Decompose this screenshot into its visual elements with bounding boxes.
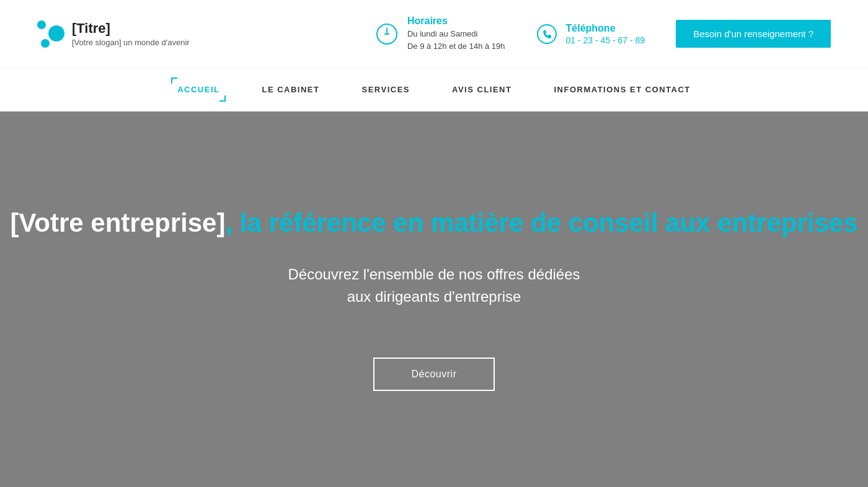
nav-item-avis[interactable]: AVIS CLIENT <box>450 80 514 99</box>
telephone-block: Téléphone 01 - 23 - 45 - 67 - 89 <box>536 23 645 45</box>
hero-section: [Votre entreprise], la référence en mati… <box>0 112 868 487</box>
hero-subtitle-line2: aux dirigeants d'entreprise <box>347 288 521 305</box>
logo-area: [Titre] [Votre slogan] un monde d'avenir <box>37 20 190 48</box>
horaires-text: Horaires Du lundi au Samedi De 9 à 12h e… <box>407 15 505 52</box>
main-nav: ACCUEIL LE CABINET SERVICES AVIS CLIENT … <box>0 68 868 112</box>
site-header: [Titre] [Votre slogan] un monde d'avenir… <box>0 0 868 68</box>
logo-dot-big <box>48 25 64 42</box>
phone-icon-wrap <box>536 24 557 45</box>
telephone-text: Téléphone 01 - 23 - 45 - 67 - 89 <box>566 23 645 45</box>
phone-icon <box>537 24 557 44</box>
hero-title: [Votre entreprise], la référence en mati… <box>10 208 857 239</box>
horaires-block: Horaires Du lundi au Samedi De 9 à 12h e… <box>375 15 505 52</box>
cta-button[interactable]: Besoin d'un renseignement ? <box>676 20 831 48</box>
telephone-number: 01 - 23 - 45 - 67 - 89 <box>566 35 645 45</box>
hero-subtitle-line1: Découvrez l'ensemble de nos offres dédié… <box>288 266 580 283</box>
clock-icon <box>376 24 397 45</box>
nav-item-accueil[interactable]: ACCUEIL <box>175 80 222 99</box>
clock-icon-wrap <box>375 22 399 46</box>
horaires-line2: De 9 à 12h et de 14h à 19h <box>407 40 505 53</box>
logo-text-area: [Titre] [Votre slogan] un monde d'avenir <box>72 20 190 47</box>
horaires-label: Horaires <box>407 15 505 27</box>
horaires-line1: Du lundi au Samedi <box>407 28 505 40</box>
telephone-label: Téléphone <box>566 23 645 34</box>
logo-dot-small-1 <box>37 20 46 29</box>
logo-title: [Titre] <box>72 20 190 37</box>
nav-item-informations[interactable]: INFORMATIONS ET CONTACT <box>551 80 693 99</box>
logo-slogan: [Votre slogan] un monde d'avenir <box>72 38 190 47</box>
nav-item-cabinet[interactable]: LE CABINET <box>259 80 322 99</box>
svg-point-0 <box>538 25 556 43</box>
hero-discover-button[interactable]: Découvrir <box>373 358 495 391</box>
hero-subtitle: Découvrez l'ensemble de nos offres dédié… <box>288 263 580 308</box>
logo-dot-small-2 <box>41 39 50 48</box>
nav-item-services[interactable]: SERVICES <box>359 80 412 99</box>
header-info: Horaires Du lundi au Samedi De 9 à 12h e… <box>375 15 831 52</box>
logo-icon <box>37 20 64 48</box>
hero-title-main: [Votre entreprise] <box>10 208 225 237</box>
hero-title-accent: , la référence en matière de conseil aux… <box>225 208 857 237</box>
